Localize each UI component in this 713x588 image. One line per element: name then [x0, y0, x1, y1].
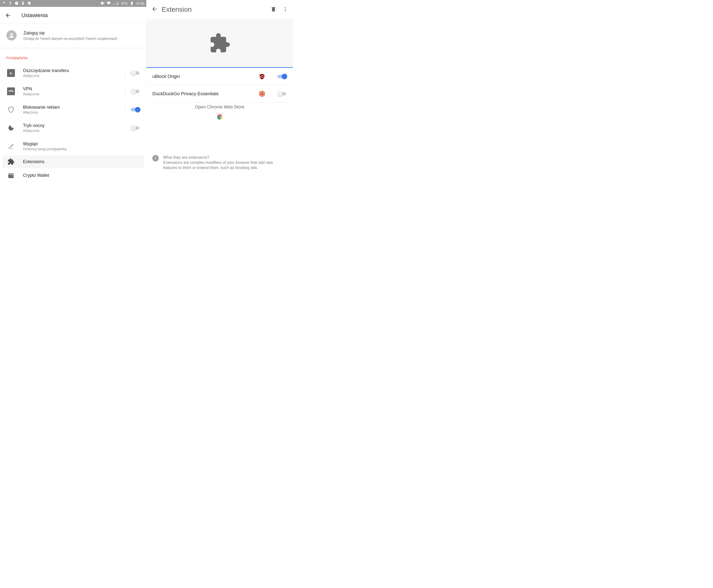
avatar-icon	[6, 30, 17, 41]
signal-icon: R	[113, 1, 119, 6]
shield-icon	[7, 106, 15, 113]
check-circle-icon	[15, 1, 19, 6]
login-title: Zaloguj się	[23, 30, 118, 36]
setting-title: Extensions	[23, 159, 138, 164]
more-menu-button[interactable]	[282, 6, 288, 13]
webstore-label: Open Chrome Web Store	[147, 105, 293, 110]
page-title: Extension	[162, 6, 192, 14]
chrome-icon	[215, 111, 225, 121]
setting-subtitle: Wyłączony	[23, 74, 120, 78]
setting-subtitle: Wyłączony	[23, 129, 120, 132]
svg-point-5	[285, 8, 286, 9]
wifi-icon	[107, 1, 111, 6]
svg-point-6	[285, 10, 286, 11]
section-browser: Przeglądarka	[0, 48, 146, 64]
svg-point-11	[261, 93, 262, 94]
setting-data-saver[interactable]: Oszczędzanie transferu Wyłączony	[0, 64, 146, 82]
screen-settings: R 87% 07:50 Ustawienia Zaloguj się Dostę…	[0, 0, 147, 242]
svg-point-10	[260, 92, 264, 96]
play-shield-icon	[27, 1, 31, 6]
statusbar: R 87% 07:50	[0, 0, 146, 7]
puzzle-icon	[7, 158, 15, 166]
settings-header: Ustawienia	[0, 7, 146, 24]
info-block: i What they are extensions? Extensions a…	[147, 151, 293, 174]
duckduckgo-icon	[259, 90, 265, 97]
puzzle-icon	[209, 32, 231, 54]
page-title: Ustawienia	[21, 12, 48, 19]
setting-title: Wygląd	[23, 141, 141, 147]
divider	[125, 105, 125, 114]
setting-title: VPN	[23, 86, 120, 91]
extensions-header: Extension	[147, 0, 293, 19]
setting-nightmode[interactable]: Tryb nocny Wyłączony	[0, 119, 146, 137]
setting-adblock[interactable]: Blokowanie reklam Włączony	[0, 100, 146, 119]
ublock-toggle[interactable]	[277, 74, 287, 79]
divider	[125, 87, 125, 96]
setting-subtitle: Dostosuj swoją przeglądarkę	[23, 147, 141, 151]
wallet-icon	[7, 171, 15, 179]
extension-banner	[147, 19, 293, 68]
paint-icon	[7, 142, 15, 150]
info-icon: i	[152, 155, 159, 162]
vpn-icon: VPN	[7, 87, 15, 95]
vibrate-icon	[100, 1, 104, 6]
back-button[interactable]	[5, 10, 15, 20]
svg-rect-2	[11, 72, 11, 74]
setting-appearance[interactable]: Wygląd Dostosuj swoją przeglądarkę	[0, 137, 146, 155]
battery-percent: 87%	[121, 2, 127, 5]
ddg-toggle[interactable]	[277, 91, 287, 97]
delete-button[interactable]	[271, 6, 276, 13]
extension-ddg[interactable]: DuckDuckGo Privacy Essentials	[147, 85, 293, 103]
setting-crypto-wallet[interactable]: Crypto Wallet	[0, 168, 146, 183]
screen-extensions: Extension uBlock Origin u◯ DuckDuckGo Pr…	[147, 0, 293, 242]
svg-point-4	[285, 7, 286, 8]
setting-title: Tryb nocny	[23, 123, 120, 128]
adblock-toggle[interactable]	[131, 107, 141, 112]
divider	[125, 123, 125, 132]
data-saver-toggle[interactable]	[131, 70, 141, 76]
clock-time: 07:50	[136, 2, 144, 5]
setting-subtitle: Włączony	[23, 110, 120, 114]
data-saver-icon	[7, 69, 15, 77]
vpn-toggle[interactable]	[131, 88, 141, 94]
setting-subtitle: Wyłączony	[23, 92, 120, 96]
extension-ublock[interactable]: uBlock Origin u◯	[147, 68, 293, 85]
svg-text:u◯: u◯	[260, 75, 264, 78]
setting-title: Blokowanie reklam	[23, 105, 120, 110]
battery-plus-icon	[21, 1, 25, 6]
setting-title: Crypto Wallet	[23, 173, 141, 178]
setting-title: Oszczędzanie transferu	[23, 68, 120, 73]
login-subtitle: Dostęp do Twoich danych na wszystkich Tw…	[23, 37, 118, 41]
nightmode-toggle[interactable]	[131, 125, 141, 131]
setting-vpn[interactable]: VPN VPN Wyłączony	[0, 82, 146, 100]
moon-icon	[7, 124, 15, 132]
divider	[125, 68, 125, 78]
info-question: What they are extensions?	[163, 155, 287, 160]
svg-rect-3	[12, 73, 12, 74]
ublock-icon: u◯	[259, 73, 265, 80]
battery-icon	[130, 1, 134, 6]
svg-rect-1	[10, 72, 10, 74]
download-done-icon	[2, 1, 6, 6]
info-body: Extensions are complex modifiers of your…	[163, 160, 287, 170]
setting-extensions[interactable]: Extensions	[2, 155, 144, 168]
upload-icon	[8, 1, 12, 6]
extension-name: uBlock Origin	[152, 74, 259, 79]
back-button[interactable]	[151, 6, 158, 13]
extension-name: DuckDuckGo Privacy Essentials	[152, 91, 259, 97]
chrome-webstore-link[interactable]: Open Chrome Web Store	[147, 103, 293, 124]
login-row[interactable]: Zaloguj się Dostęp do Twoich danych na w…	[0, 24, 146, 48]
